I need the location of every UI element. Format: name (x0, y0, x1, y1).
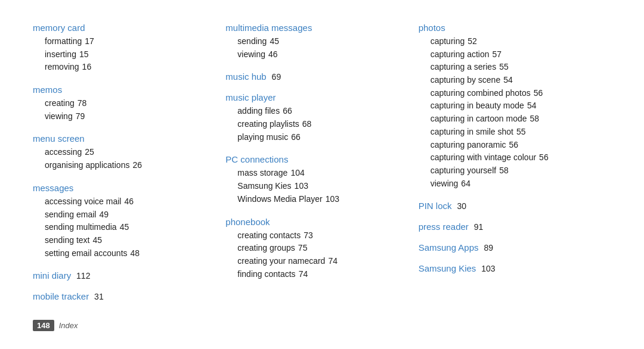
section-items-multimedia-messages: sending45viewing46 (225, 35, 406, 61)
footer: 148 Index (33, 320, 611, 331)
section-menu-screen: menu screenaccessing25organising applica… (33, 133, 213, 172)
item-number: 58 (530, 114, 540, 123)
section-samsung-kies: Samsung Kies 103 (419, 263, 599, 273)
section-phonebook: phonebookcreating contacts73creating gro… (225, 217, 406, 281)
item-number: 68 (302, 119, 312, 129)
list-item: formatting17 (45, 35, 213, 48)
section-title-messages: messages (33, 183, 213, 193)
list-item: capturing in beauty mode54 (431, 99, 599, 113)
list-item: accessing25 (45, 146, 213, 159)
list-item: setting email accounts48 (45, 247, 213, 260)
item-number: 56 (539, 152, 549, 162)
inline-section-mobile-tracker: mobile tracker 31 (33, 291, 213, 301)
item-number: 66 (283, 106, 292, 116)
section-music-hub: music hub 69 (225, 71, 406, 82)
inline-number-press-reader: 91 (472, 222, 483, 232)
section-samsung-apps: Samsung Apps 89 (419, 242, 599, 253)
inline-number-music-hub: 69 (270, 72, 281, 82)
section-items-menu-screen: accessing25organising applications26 (33, 146, 213, 172)
list-item: sending45 (237, 35, 406, 48)
item-number: 45 (93, 235, 103, 245)
column-col3: photoscapturing52capturing action57captu… (419, 23, 611, 315)
list-item: adding files66 (237, 105, 406, 118)
inline-title-mobile-tracker: mobile tracker (33, 291, 89, 301)
item-number: 103 (295, 181, 308, 191)
item-number: 74 (299, 269, 308, 279)
section-items-phonebook: creating contacts73creating groups75crea… (225, 229, 406, 281)
item-number: 74 (328, 256, 338, 266)
section-multimedia-messages: multimedia messagessending45viewing46 (225, 23, 406, 61)
list-item: Windows Media Player103 (237, 193, 406, 206)
inline-section-music-hub: music hub 69 (225, 71, 406, 82)
item-number: 55 (499, 62, 509, 71)
section-items-memos: creating78viewing79 (33, 97, 213, 123)
list-item: capturing combined photos56 (431, 87, 599, 100)
item-number: 66 (291, 132, 301, 142)
list-item: creating contacts73 (237, 229, 406, 242)
section-music-player: music playeradding files66creating playl… (225, 92, 406, 144)
list-item: capturing panoramic56 (431, 139, 599, 152)
section-items-messages: accessing voice mail46sending email49sen… (33, 195, 213, 260)
list-item: sending email49 (45, 208, 213, 222)
inline-number-mobile-tracker: 31 (92, 292, 103, 301)
section-items-music-player: adding files66creating playlists68playin… (225, 105, 406, 144)
section-title-memos: memos (33, 85, 213, 95)
inline-section-pin-lock: PIN lock 30 (419, 201, 599, 211)
list-item: capturing52 (431, 35, 599, 48)
inline-title-press-reader: press reader (419, 222, 469, 232)
item-number: 17 (85, 36, 94, 46)
section-mobile-tracker: mobile tracker 31 (33, 291, 213, 301)
section-title-multimedia-messages: multimedia messages (225, 23, 406, 33)
item-number: 46 (268, 49, 278, 59)
inline-title-music-hub: music hub (225, 71, 266, 82)
item-number: 45 (120, 222, 129, 232)
list-item: sending text45 (45, 234, 213, 247)
item-number: 26 (132, 160, 142, 170)
list-item: viewing46 (237, 48, 406, 61)
list-item: accessing voice mail46 (45, 195, 213, 208)
item-number: 25 (85, 147, 94, 157)
content-columns: memory cardformatting17inserting15removi… (33, 23, 611, 315)
footer-badge: 148 (33, 320, 54, 331)
inline-section-samsung-kies: Samsung Kies 103 (419, 263, 599, 273)
item-number: 45 (270, 36, 279, 46)
list-item: capturing action57 (431, 48, 599, 61)
list-item: capturing a series55 (431, 61, 599, 74)
inline-section-mini-diary: mini diary 112 (33, 270, 213, 281)
list-item: organising applications26 (45, 159, 213, 172)
item-number: 56 (534, 88, 543, 98)
item-number: 64 (461, 179, 470, 188)
section-memory-card: memory cardformatting17inserting15removi… (33, 23, 213, 74)
inline-number-samsung-apps: 89 (482, 243, 493, 253)
item-number: 55 (516, 127, 526, 136)
inline-number-pin-lock: 30 (455, 201, 466, 211)
list-item: finding contacts74 (237, 268, 406, 281)
item-number: 57 (493, 49, 502, 59)
list-item: Samsung Kies103 (237, 180, 406, 193)
list-item: viewing64 (431, 177, 599, 191)
item-number: 16 (82, 62, 92, 71)
item-number: 58 (499, 166, 509, 175)
item-number: 52 (467, 36, 477, 46)
list-item: creating your namecard74 (237, 255, 406, 268)
list-item: capturing yourself58 (431, 164, 599, 177)
column-col2: multimedia messagessending45viewing46mus… (225, 23, 418, 315)
item-number: 79 (76, 111, 85, 121)
inline-number-mini-diary: 112 (74, 271, 90, 281)
inline-title-samsung-apps: Samsung Apps (419, 242, 479, 253)
section-items-memory-card: formatting17inserting15removing16 (33, 35, 213, 74)
item-number: 73 (304, 230, 313, 240)
section-title-memory-card: memory card (33, 23, 213, 33)
list-item: viewing79 (45, 110, 213, 123)
inline-section-press-reader: press reader 91 (419, 222, 599, 232)
inline-number-samsung-kies: 103 (479, 264, 495, 273)
list-item: inserting15 (45, 48, 213, 61)
list-item: playing music66 (237, 131, 406, 144)
section-title-photos: photos (419, 23, 599, 33)
list-item: capturing with vintage colour56 (431, 151, 599, 164)
column-col1: memory cardformatting17inserting15removi… (33, 23, 225, 315)
inline-title-samsung-kies: Samsung Kies (419, 263, 476, 273)
list-item: capturing by scene54 (431, 74, 599, 87)
item-number: 104 (290, 168, 304, 177)
section-title-music-player: music player (225, 92, 406, 102)
